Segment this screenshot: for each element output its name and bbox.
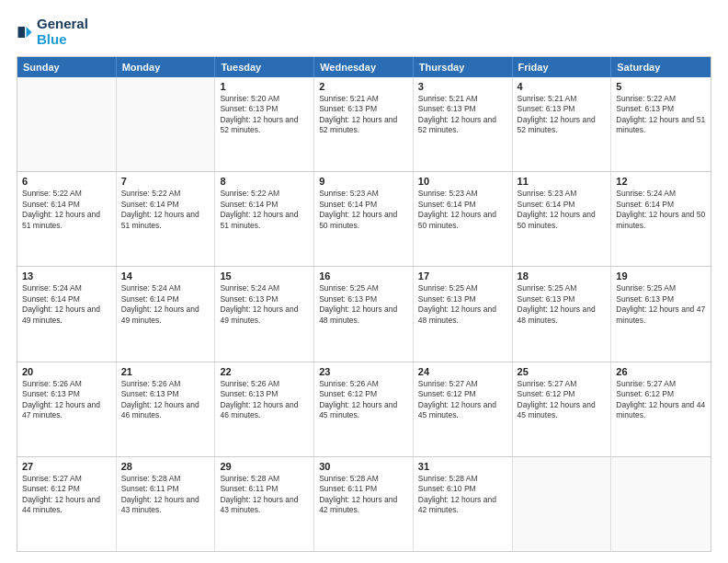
day-number: 24 bbox=[418, 366, 507, 377]
calendar-cell: 23Sunrise: 5:26 AM Sunset: 6:12 PM Dayli… bbox=[314, 362, 414, 456]
cell-sun-info: Sunrise: 5:24 AM Sunset: 6:13 PM Dayligh… bbox=[220, 283, 309, 326]
calendar-cell: 26Sunrise: 5:27 AM Sunset: 6:12 PM Dayli… bbox=[611, 362, 711, 456]
cell-sun-info: Sunrise: 5:22 AM Sunset: 6:14 PM Dayligh… bbox=[22, 189, 111, 231]
calendar-cell bbox=[117, 77, 216, 171]
weekday-header-friday: Friday bbox=[513, 57, 612, 77]
cell-sun-info: Sunrise: 5:25 AM Sunset: 6:13 PM Dayligh… bbox=[418, 283, 507, 326]
calendar-cell: 28Sunrise: 5:28 AM Sunset: 6:11 PM Dayli… bbox=[117, 457, 216, 551]
day-number: 12 bbox=[616, 176, 706, 187]
cell-sun-info: Sunrise: 5:24 AM Sunset: 6:14 PM Dayligh… bbox=[22, 283, 111, 326]
logo-line2: Blue bbox=[37, 32, 88, 48]
day-number: 26 bbox=[616, 366, 706, 377]
cell-sun-info: Sunrise: 5:25 AM Sunset: 6:13 PM Dayligh… bbox=[616, 283, 706, 326]
cell-sun-info: Sunrise: 5:27 AM Sunset: 6:12 PM Dayligh… bbox=[418, 379, 507, 421]
weekday-header-tuesday: Tuesday bbox=[215, 57, 314, 77]
logo-text: General Blue bbox=[37, 17, 88, 47]
weekday-header-sunday: Sunday bbox=[17, 57, 117, 77]
day-number: 18 bbox=[518, 270, 607, 282]
calendar-row-3: 20Sunrise: 5:26 AM Sunset: 6:13 PM Dayli… bbox=[17, 362, 711, 457]
day-number: 30 bbox=[319, 461, 408, 472]
day-number: 7 bbox=[121, 176, 210, 187]
cell-sun-info: Sunrise: 5:28 AM Sunset: 6:11 PM Dayligh… bbox=[121, 474, 210, 516]
day-number: 23 bbox=[319, 366, 408, 377]
day-number: 15 bbox=[220, 270, 309, 282]
day-number: 8 bbox=[220, 176, 309, 187]
day-number: 17 bbox=[418, 270, 507, 282]
weekday-header-monday: Monday bbox=[117, 57, 216, 77]
calendar-cell: 4Sunrise: 5:21 AM Sunset: 6:13 PM Daylig… bbox=[513, 77, 612, 171]
cell-sun-info: Sunrise: 5:23 AM Sunset: 6:14 PM Dayligh… bbox=[518, 189, 607, 231]
page: General Blue SundayMondayTuesdayWednesda… bbox=[0, 0, 728, 563]
calendar: SundayMondayTuesdayWednesdayThursdayFrid… bbox=[17, 56, 711, 552]
cell-sun-info: Sunrise: 5:27 AM Sunset: 6:12 PM Dayligh… bbox=[616, 379, 706, 421]
cell-sun-info: Sunrise: 5:26 AM Sunset: 6:12 PM Dayligh… bbox=[319, 379, 408, 421]
day-number: 10 bbox=[418, 176, 507, 187]
calendar-row-1: 6Sunrise: 5:22 AM Sunset: 6:14 PM Daylig… bbox=[17, 172, 711, 267]
calendar-cell: 19Sunrise: 5:25 AM Sunset: 6:13 PM Dayli… bbox=[611, 267, 711, 361]
day-number: 21 bbox=[121, 366, 210, 377]
calendar-cell: 29Sunrise: 5:28 AM Sunset: 6:11 PM Dayli… bbox=[215, 457, 314, 551]
cell-sun-info: Sunrise: 5:23 AM Sunset: 6:14 PM Dayligh… bbox=[319, 189, 408, 231]
day-number: 28 bbox=[121, 461, 210, 472]
calendar-cell: 22Sunrise: 5:26 AM Sunset: 6:13 PM Dayli… bbox=[215, 362, 314, 456]
calendar-cell: 27Sunrise: 5:27 AM Sunset: 6:12 PM Dayli… bbox=[17, 457, 117, 551]
weekday-header-thursday: Thursday bbox=[414, 57, 513, 77]
calendar-cell: 12Sunrise: 5:24 AM Sunset: 6:14 PM Dayli… bbox=[611, 172, 711, 266]
calendar-cell: 7Sunrise: 5:22 AM Sunset: 6:14 PM Daylig… bbox=[117, 172, 216, 266]
weekday-header-saturday: Saturday bbox=[611, 57, 711, 77]
calendar-cell: 30Sunrise: 5:28 AM Sunset: 6:11 PM Dayli… bbox=[314, 457, 414, 551]
day-number: 22 bbox=[220, 366, 309, 377]
svg-marker-0 bbox=[27, 27, 32, 38]
calendar-row-2: 13Sunrise: 5:24 AM Sunset: 6:14 PM Dayli… bbox=[17, 267, 711, 362]
header: General Blue bbox=[17, 17, 711, 47]
cell-sun-info: Sunrise: 5:28 AM Sunset: 6:11 PM Dayligh… bbox=[319, 474, 408, 516]
logo-line1: General bbox=[37, 17, 88, 32]
day-number: 31 bbox=[418, 461, 507, 472]
cell-sun-info: Sunrise: 5:21 AM Sunset: 6:13 PM Dayligh… bbox=[319, 94, 408, 136]
calendar-cell: 25Sunrise: 5:27 AM Sunset: 6:12 PM Dayli… bbox=[513, 362, 612, 456]
day-number: 11 bbox=[518, 176, 607, 187]
calendar-row-0: 1Sunrise: 5:20 AM Sunset: 6:13 PM Daylig… bbox=[17, 77, 711, 172]
calendar-cell: 9Sunrise: 5:23 AM Sunset: 6:14 PM Daylig… bbox=[314, 172, 414, 266]
calendar-cell: 15Sunrise: 5:24 AM Sunset: 6:13 PM Dayli… bbox=[215, 267, 314, 361]
day-number: 13 bbox=[22, 270, 111, 282]
cell-sun-info: Sunrise: 5:25 AM Sunset: 6:13 PM Dayligh… bbox=[319, 283, 408, 326]
calendar-cell bbox=[17, 77, 117, 171]
day-number: 14 bbox=[121, 270, 210, 282]
day-number: 29 bbox=[220, 461, 309, 472]
cell-sun-info: Sunrise: 5:25 AM Sunset: 6:13 PM Dayligh… bbox=[518, 283, 607, 326]
day-number: 3 bbox=[418, 81, 507, 92]
cell-sun-info: Sunrise: 5:22 AM Sunset: 6:14 PM Dayligh… bbox=[121, 189, 210, 231]
day-number: 6 bbox=[22, 176, 111, 187]
calendar-cell: 20Sunrise: 5:26 AM Sunset: 6:13 PM Dayli… bbox=[17, 362, 117, 456]
calendar-cell: 2Sunrise: 5:21 AM Sunset: 6:13 PM Daylig… bbox=[314, 77, 414, 171]
day-number: 2 bbox=[319, 81, 408, 92]
logo-icon bbox=[17, 24, 33, 40]
calendar-cell bbox=[513, 457, 612, 551]
day-number: 27 bbox=[22, 461, 111, 472]
calendar-cell: 16Sunrise: 5:25 AM Sunset: 6:13 PM Dayli… bbox=[314, 267, 414, 361]
day-number: 16 bbox=[319, 270, 408, 282]
day-number: 25 bbox=[518, 366, 607, 377]
calendar-cell: 13Sunrise: 5:24 AM Sunset: 6:14 PM Dayli… bbox=[17, 267, 117, 361]
calendar-cell: 21Sunrise: 5:26 AM Sunset: 6:13 PM Dayli… bbox=[117, 362, 216, 456]
calendar-cell: 5Sunrise: 5:22 AM Sunset: 6:13 PM Daylig… bbox=[611, 77, 711, 171]
calendar-cell: 31Sunrise: 5:28 AM Sunset: 6:10 PM Dayli… bbox=[414, 457, 513, 551]
calendar-cell: 11Sunrise: 5:23 AM Sunset: 6:14 PM Dayli… bbox=[513, 172, 612, 266]
calendar-header: SundayMondayTuesdayWednesdayThursdayFrid… bbox=[17, 57, 711, 77]
calendar-cell: 8Sunrise: 5:22 AM Sunset: 6:14 PM Daylig… bbox=[215, 172, 314, 266]
cell-sun-info: Sunrise: 5:23 AM Sunset: 6:14 PM Dayligh… bbox=[418, 189, 507, 231]
cell-sun-info: Sunrise: 5:24 AM Sunset: 6:14 PM Dayligh… bbox=[121, 283, 210, 326]
calendar-cell: 6Sunrise: 5:22 AM Sunset: 6:14 PM Daylig… bbox=[17, 172, 117, 266]
day-number: 20 bbox=[22, 366, 111, 377]
calendar-cell: 14Sunrise: 5:24 AM Sunset: 6:14 PM Dayli… bbox=[117, 267, 216, 361]
cell-sun-info: Sunrise: 5:22 AM Sunset: 6:14 PM Dayligh… bbox=[220, 189, 309, 231]
calendar-body: 1Sunrise: 5:20 AM Sunset: 6:13 PM Daylig… bbox=[17, 77, 711, 551]
day-number: 19 bbox=[616, 270, 706, 282]
cell-sun-info: Sunrise: 5:28 AM Sunset: 6:11 PM Dayligh… bbox=[220, 474, 309, 516]
calendar-cell: 24Sunrise: 5:27 AM Sunset: 6:12 PM Dayli… bbox=[414, 362, 513, 456]
day-number: 1 bbox=[220, 81, 309, 92]
calendar-cell: 1Sunrise: 5:20 AM Sunset: 6:13 PM Daylig… bbox=[215, 77, 314, 171]
cell-sun-info: Sunrise: 5:21 AM Sunset: 6:13 PM Dayligh… bbox=[518, 94, 607, 136]
weekday-header-wednesday: Wednesday bbox=[314, 57, 414, 77]
